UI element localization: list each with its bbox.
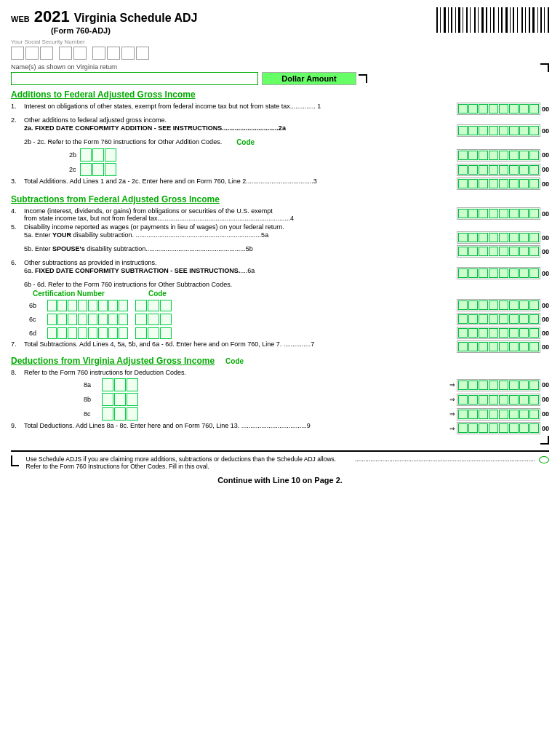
l6c-cert2[interactable] (57, 314, 67, 325)
l9-b7[interactable] (519, 423, 529, 433)
l8c-code1[interactable] (102, 407, 113, 421)
l7-b2[interactable] (468, 342, 478, 351)
l5b-b8[interactable] (529, 247, 539, 256)
ssn-box-8[interactable] (121, 47, 135, 60)
l8a-b5[interactable] (499, 381, 508, 390)
l9-b1[interactable] (458, 423, 468, 433)
l6a-b6[interactable] (509, 268, 519, 278)
l8a-b8[interactable] (529, 381, 539, 390)
l6b-b6[interactable] (509, 300, 519, 310)
l2b-b6[interactable] (509, 151, 519, 160)
l8a-code1[interactable] (102, 378, 113, 391)
l2c-code2[interactable] (92, 163, 104, 176)
l5b-b6[interactable] (509, 247, 519, 256)
l5b-b7[interactable] (519, 247, 529, 256)
l5b-b3[interactable] (479, 247, 488, 256)
l8c-b8[interactable] (529, 410, 539, 419)
l9-b2[interactable] (468, 423, 478, 433)
l6c-code2[interactable] (148, 314, 159, 325)
l7-b3[interactable] (479, 342, 488, 351)
l6c-b2[interactable] (468, 314, 478, 324)
l6a-b7[interactable] (519, 268, 529, 278)
l6d-cert1[interactable] (47, 327, 57, 339)
l8a-b1[interactable] (458, 381, 468, 390)
l5a-b7[interactable] (519, 233, 529, 242)
l6c-b6[interactable] (509, 314, 519, 324)
l6c-b1[interactable] (458, 314, 468, 324)
l6d-cert7[interactable] (108, 327, 118, 339)
l8b-b8[interactable] (529, 395, 539, 405)
l6d-b1[interactable] (458, 328, 468, 338)
l8a-b7[interactable] (519, 381, 529, 390)
l2b-b5[interactable] (499, 151, 508, 160)
l2a-b4[interactable] (489, 126, 498, 135)
l7-b8[interactable] (529, 342, 539, 351)
l9-b3[interactable] (479, 423, 488, 433)
l6b-b1[interactable] (458, 300, 468, 310)
l2a-b5[interactable] (499, 126, 508, 135)
l6c-b5[interactable] (499, 314, 508, 324)
l6a-b3[interactable] (479, 268, 488, 278)
line1-box3[interactable] (479, 104, 488, 113)
l8c-b2[interactable] (468, 410, 478, 419)
l6c-code1[interactable] (135, 314, 147, 325)
l6b-cert1[interactable] (47, 300, 57, 311)
line1-box2[interactable] (468, 104, 478, 113)
l2b-b2[interactable] (468, 151, 478, 160)
l6d-b3[interactable] (479, 328, 488, 338)
line1-box5[interactable] (499, 104, 508, 113)
l7-b7[interactable] (519, 342, 529, 351)
l8c-b6[interactable] (509, 410, 519, 419)
l9-b6[interactable] (509, 423, 519, 433)
l8a-b4[interactable] (489, 381, 498, 390)
l6d-b5[interactable] (499, 328, 508, 338)
l4-b4[interactable] (489, 209, 498, 218)
l7-b6[interactable] (509, 342, 519, 351)
l6b-cert2[interactable] (57, 300, 67, 311)
l6d-cert8[interactable] (119, 327, 128, 339)
l2b-code1[interactable] (80, 148, 92, 162)
l6d-b8[interactable] (529, 328, 539, 338)
l5b-b1[interactable] (458, 247, 468, 256)
l6d-cert6[interactable] (98, 327, 108, 339)
l6b-b5[interactable] (499, 300, 508, 310)
l8b-b1[interactable] (458, 395, 468, 405)
l6c-code3[interactable] (160, 314, 172, 325)
l6d-cert3[interactable] (68, 327, 77, 339)
l3-b2[interactable] (468, 179, 478, 188)
ssn-box-3[interactable] (40, 47, 53, 60)
l6b-b3[interactable] (479, 300, 488, 310)
l8b-b5[interactable] (499, 395, 508, 405)
l4-b8[interactable] (529, 209, 539, 218)
l6b-cert7[interactable] (108, 300, 118, 311)
ssn-boxes[interactable] (11, 47, 149, 60)
l8a-code2[interactable] (114, 378, 126, 391)
line1-box6[interactable] (509, 104, 519, 113)
l6a-b8[interactable] (529, 268, 539, 278)
l6b-cert6[interactable] (98, 300, 108, 311)
line1-box1[interactable] (458, 104, 468, 113)
l6d-b7[interactable] (519, 328, 529, 338)
ssn-box-4[interactable] (59, 47, 72, 60)
l5a-b1[interactable] (458, 233, 468, 242)
l6c-cert7[interactable] (108, 314, 118, 325)
l2b-b3[interactable] (479, 151, 488, 160)
l2c-b4[interactable] (489, 165, 498, 175)
l5a-b4[interactable] (489, 233, 498, 242)
l4-b5[interactable] (499, 209, 508, 218)
ssn-box-5[interactable] (73, 47, 87, 60)
l6c-b3[interactable] (479, 314, 488, 324)
name-input[interactable] (11, 72, 258, 85)
l2b-b8[interactable] (529, 151, 539, 160)
l6b-code1[interactable] (135, 300, 147, 311)
l6c-b4[interactable] (489, 314, 498, 324)
l2b-code2[interactable] (92, 148, 104, 162)
l5a-b3[interactable] (479, 233, 488, 242)
l3-b4[interactable] (489, 179, 498, 188)
l2b-b1[interactable] (458, 151, 468, 160)
l2a-b8[interactable] (529, 126, 539, 135)
l9-b8[interactable] (529, 423, 539, 433)
l6c-cert8[interactable] (119, 314, 128, 325)
l8a-b2[interactable] (468, 381, 478, 390)
l5b-b2[interactable] (468, 247, 478, 256)
